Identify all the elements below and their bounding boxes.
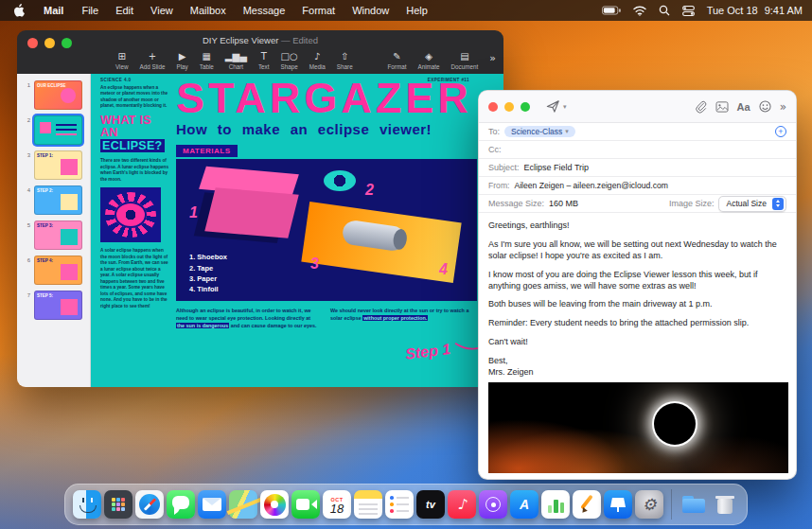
table-icon: ▦: [203, 51, 211, 62]
menu-mailbox[interactable]: Mailbox: [182, 5, 235, 16]
dock-item-maps[interactable]: [229, 490, 257, 519]
from-field[interactable]: From: Aileen Zeigen – aileen.zeigen@iclo…: [479, 177, 796, 195]
reminders-icon: [385, 490, 414, 519]
apple-menu-icon[interactable]: [9, 4, 34, 17]
table-button[interactable]: ▦Table: [200, 51, 214, 70]
dock-item-launchpad[interactable]: [104, 490, 132, 519]
shape-icon: □○: [280, 51, 297, 62]
recipient-token[interactable]: Science-Class ▾: [504, 126, 575, 137]
share-button[interactable]: ⇧Share: [337, 51, 353, 70]
dock-item-tv[interactable]: [416, 490, 445, 519]
chevron-down-icon[interactable]: ▾: [563, 103, 567, 111]
numbers-icon: [541, 490, 570, 519]
menu-message[interactable]: Message: [235, 5, 294, 16]
zoom-button[interactable]: [521, 102, 530, 112]
safari-icon: [135, 490, 164, 519]
menu-view[interactable]: View: [142, 5, 182, 16]
format-button[interactable]: ✎Format: [388, 51, 407, 70]
settings-gear-icon: [635, 490, 663, 519]
subject-field[interactable]: Subject: Eclipse Field Trip: [479, 159, 796, 177]
menu-edit[interactable]: Edit: [107, 5, 142, 16]
slide-thumb-2[interactable]: 2: [21, 115, 84, 145]
eclipse-photo-attachment[interactable]: [488, 382, 788, 473]
menu-help[interactable]: Help: [397, 5, 436, 16]
text-button[interactable]: TText: [258, 51, 270, 70]
attach-icon[interactable]: [695, 100, 707, 114]
dock-item-safari[interactable]: [135, 490, 164, 519]
dock-item-pages[interactable]: [573, 490, 601, 519]
menu-window[interactable]: Window: [344, 5, 397, 16]
play-button[interactable]: ▶Play: [177, 51, 188, 70]
dock-item-settings[interactable]: [635, 490, 663, 519]
slide-canvas[interactable]: SCIENCE 4.0 EXPERIMENT #11 An eclipse ha…: [91, 74, 503, 387]
control-center-icon[interactable]: [682, 6, 695, 16]
dock-item-notes[interactable]: [354, 490, 382, 519]
podcasts-icon: [479, 490, 507, 519]
menu-clock[interactable]: Tue Oct 18 9:41 AM: [707, 5, 803, 16]
dock-item-facetime[interactable]: [291, 490, 320, 519]
dock-item-calendar[interactable]: OCT 18: [323, 490, 351, 519]
to-field[interactable]: To: Science-Class ▾: [479, 123, 796, 141]
keynote-toolbar: ⊞View +Add Slide ▶Play ▦Table ▂▆▄Chart T…: [115, 51, 496, 70]
dock-item-reminders[interactable]: [385, 490, 414, 519]
menu-format[interactable]: Format: [293, 5, 344, 16]
toolbar-overflow-icon[interactable]: »: [489, 52, 496, 70]
dock-item-messages[interactable]: [167, 490, 195, 519]
dock-item-finder[interactable]: [73, 490, 101, 519]
message-body[interactable]: Greetings, earthlings! As I'm sure you a…: [479, 213, 796, 473]
pages-icon: [573, 490, 601, 519]
slide-thumb-5[interactable]: 5 STEP 3:: [21, 220, 84, 250]
format-text-icon[interactable]: Aa: [737, 101, 750, 113]
highlight-dangerous: the sun is dangerous: [176, 323, 229, 328]
popup-caret-icon: [772, 198, 784, 210]
dock-item-mail[interactable]: [198, 490, 226, 519]
keynote-window: DIY Eclipse Viewer — Edited ⊞View +Add S…: [17, 30, 503, 387]
cc-field[interactable]: Cc:: [479, 141, 796, 159]
slide-paragraph-3: A solar eclipse happens when the moon bl…: [100, 248, 170, 309]
chart-button[interactable]: ▂▆▄Chart: [225, 51, 247, 70]
view-button[interactable]: ⊞View: [115, 51, 129, 70]
slide-thumb-3[interactable]: 3 STEP 1:: [21, 150, 84, 180]
slide-thumb-4[interactable]: 4 STEP 2:: [21, 185, 84, 215]
highlight-protection: without proper protection.: [362, 315, 428, 321]
menu-app-name[interactable]: Mail: [34, 5, 73, 16]
body-paragraph: As I'm sure you all know, we will be set…: [488, 239, 786, 262]
view-icon: ⊞: [118, 51, 126, 62]
shape-button[interactable]: □○Shape: [280, 51, 297, 70]
share-icon: ⇧: [341, 51, 348, 62]
dock-item-photos[interactable]: [260, 490, 289, 519]
menu-file[interactable]: File: [73, 5, 107, 16]
dock-item-trash[interactable]: [711, 490, 739, 519]
slide-thumb-1[interactable]: 1 OUR ECLIPSE: [21, 80, 84, 110]
send-button[interactable]: ▾: [546, 99, 567, 114]
photo-icon[interactable]: [715, 101, 729, 113]
emoji-icon[interactable]: [759, 100, 771, 113]
downloads-folder-icon: [680, 490, 708, 519]
slide-heading: WHAT IS AN ECLIPSE?: [100, 115, 170, 153]
search-icon[interactable]: [659, 5, 670, 16]
format-icon: ✎: [393, 51, 400, 62]
dock-item-music[interactable]: [448, 490, 476, 519]
document-button[interactable]: ▤Document: [451, 51, 479, 70]
dock-item-podcasts[interactable]: [479, 490, 507, 519]
add-slide-button[interactable]: +Add Slide: [140, 51, 166, 70]
dock-item-keynote[interactable]: [604, 490, 632, 519]
message-size-value: 160 MB: [549, 199, 578, 208]
dock-item-numbers[interactable]: [541, 490, 570, 519]
close-button[interactable]: [488, 102, 498, 112]
slide-thumb-7[interactable]: 7 STEP 5:: [21, 291, 84, 320]
animate-button[interactable]: ◈Animate: [417, 51, 439, 70]
document-icon: ▤: [460, 51, 468, 62]
wifi-icon[interactable]: [633, 6, 646, 16]
slide-thumb-6[interactable]: 6 STEP 4:: [21, 256, 84, 285]
trash-icon: [711, 490, 739, 519]
minimize-button[interactable]: [504, 102, 514, 112]
battery-icon[interactable]: [602, 6, 621, 15]
image-size-popup[interactable]: Actual Size: [718, 196, 786, 212]
add-slide-icon: +: [149, 51, 156, 62]
media-button[interactable]: ♪Media: [309, 51, 326, 70]
add-recipient-button[interactable]: [775, 126, 786, 137]
dock-item-downloads[interactable]: [680, 490, 708, 519]
toolbar-overflow-icon[interactable]: »: [780, 100, 786, 114]
dock-item-appstore[interactable]: [510, 490, 538, 519]
